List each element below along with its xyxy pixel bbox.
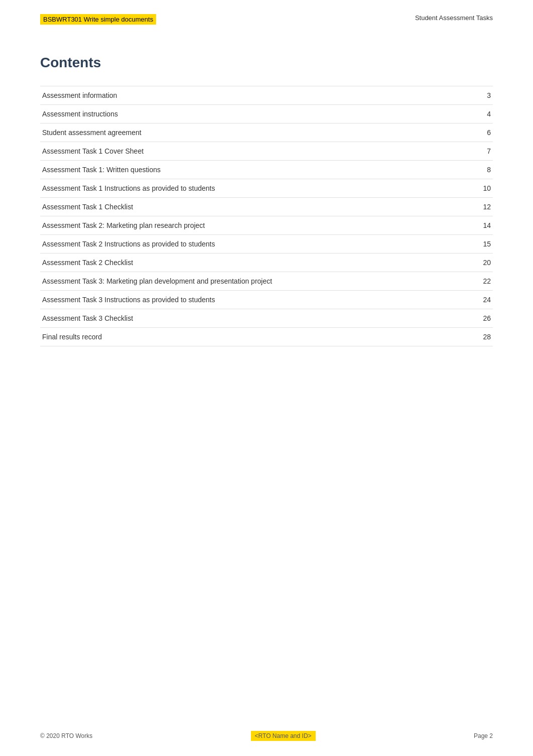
toc-table: Assessment information3Assessment instru… bbox=[40, 86, 493, 346]
toc-row: Assessment Task 3: Marketing plan develo… bbox=[40, 272, 493, 291]
toc-item-page: 10 bbox=[473, 179, 493, 198]
toc-item-page: 26 bbox=[473, 309, 493, 328]
toc-item-page: 20 bbox=[473, 254, 493, 272]
toc-row: Final results record28 bbox=[40, 328, 493, 346]
toc-row: Assessment Task 1 Cover Sheet7 bbox=[40, 142, 493, 161]
toc-item-label: Assessment instructions bbox=[40, 105, 473, 123]
toc-item-page: 3 bbox=[473, 86, 493, 105]
toc-item-label: Assessment information bbox=[40, 86, 473, 105]
toc-row: Assessment Task 2 Instructions as provid… bbox=[40, 235, 493, 254]
toc-item-page: 7 bbox=[473, 142, 493, 161]
toc-item-label: Final results record bbox=[40, 328, 473, 346]
toc-item-page: 6 bbox=[473, 123, 493, 142]
page-footer: © 2020 RTO Works <RTO Name and ID> Page … bbox=[0, 731, 533, 741]
toc-item-label: Assessment Task 1 Cover Sheet bbox=[40, 142, 473, 161]
header-right-label: Student Assessment Tasks bbox=[415, 14, 493, 22]
footer-right: Page 2 bbox=[474, 732, 493, 739]
toc-row: Assessment Task 2: Marketing plan resear… bbox=[40, 216, 493, 235]
toc-item-page: 15 bbox=[473, 235, 493, 254]
toc-item-label: Assessment Task 1: Written questions bbox=[40, 161, 473, 179]
toc-item-page: 4 bbox=[473, 105, 493, 123]
toc-item-label: Assessment Task 1 Checklist bbox=[40, 198, 473, 216]
toc-item-page: 22 bbox=[473, 272, 493, 291]
toc-item-page: 24 bbox=[473, 291, 493, 309]
toc-row: Assessment instructions4 bbox=[40, 105, 493, 123]
toc-item-label: Assessment Task 3 Checklist bbox=[40, 309, 473, 328]
toc-item-page: 14 bbox=[473, 216, 493, 235]
main-content: Contents Assessment information3Assessme… bbox=[0, 55, 533, 346]
toc-row: Assessment Task 3 Checklist26 bbox=[40, 309, 493, 328]
footer-left: © 2020 RTO Works bbox=[40, 732, 92, 739]
toc-item-page: 12 bbox=[473, 198, 493, 216]
toc-item-label: Assessment Task 3 Instructions as provid… bbox=[40, 291, 473, 309]
toc-row: Assessment information3 bbox=[40, 86, 493, 105]
toc-item-label: Assessment Task 3: Marketing plan develo… bbox=[40, 272, 473, 291]
toc-row: Student assessment agreement6 bbox=[40, 123, 493, 142]
toc-item-label: Assessment Task 1 Instructions as provid… bbox=[40, 179, 473, 198]
toc-item-page: 8 bbox=[473, 161, 493, 179]
toc-item-label: Student assessment agreement bbox=[40, 123, 473, 142]
toc-item-label: Assessment Task 2 Checklist bbox=[40, 254, 473, 272]
page: BSBWRT301 Write simple documents Student… bbox=[0, 0, 533, 756]
header-left-label: BSBWRT301 Write simple documents bbox=[40, 14, 156, 25]
footer-center: <RTO Name and ID> bbox=[251, 731, 316, 741]
toc-item-label: Assessment Task 2 Instructions as provid… bbox=[40, 235, 473, 254]
toc-item-label: Assessment Task 2: Marketing plan resear… bbox=[40, 216, 473, 235]
contents-heading: Contents bbox=[40, 55, 493, 71]
toc-row: Assessment Task 2 Checklist20 bbox=[40, 254, 493, 272]
toc-row: Assessment Task 1: Written questions8 bbox=[40, 161, 493, 179]
page-header: BSBWRT301 Write simple documents Student… bbox=[0, 0, 533, 25]
toc-row: Assessment Task 1 Checklist12 bbox=[40, 198, 493, 216]
toc-item-page: 28 bbox=[473, 328, 493, 346]
toc-row: Assessment Task 1 Instructions as provid… bbox=[40, 179, 493, 198]
toc-row: Assessment Task 3 Instructions as provid… bbox=[40, 291, 493, 309]
